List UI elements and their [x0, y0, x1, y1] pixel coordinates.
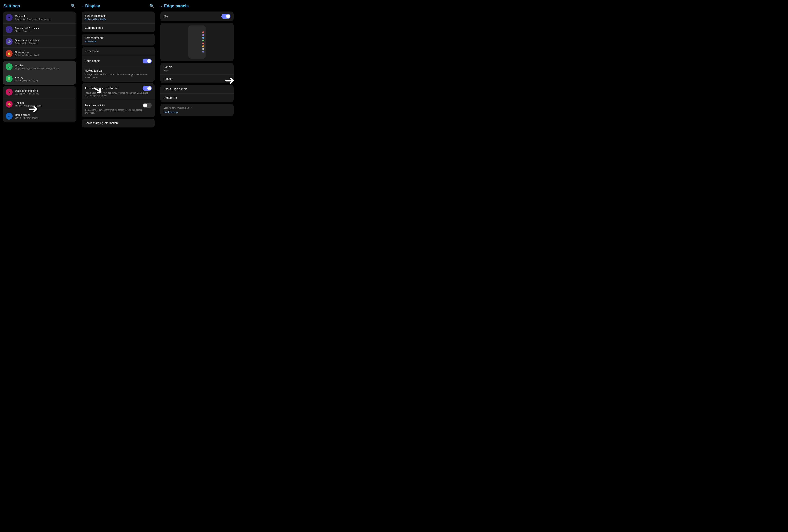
- edge-panels-title: Edge panels: [164, 3, 189, 8]
- themes-text: Themes Themes · Wallpapers · Icons: [15, 101, 73, 107]
- display-title: Display: [15, 64, 73, 67]
- battery-subtitle: Power saving · Charging: [15, 79, 73, 82]
- edge-item-handle[interactable]: Handle: [160, 75, 234, 83]
- sidebar-item-wallpaper[interactable]: 🖼 Wallpaper and style Wallpapers · Color…: [3, 86, 76, 98]
- accidental-title: Accidental touch protection: [85, 87, 118, 90]
- navigation-desc: Manage the Home, Back, Recents buttons o…: [85, 73, 152, 79]
- dot-2: [202, 34, 204, 36]
- edge-panels-item-sub: Apps: [163, 69, 231, 72]
- sidebar-item-home[interactable]: ⌂ Home screen Layout · App icon badges: [3, 110, 76, 122]
- battery-icon: 🔋: [5, 75, 13, 82]
- edge-on-toggle[interactable]: [221, 14, 231, 19]
- galaxy-ai-text: Galaxy AI Chat assist · Note assist · Ph…: [15, 15, 73, 20]
- settings-card-3: 🖼 Wallpaper and style Wallpapers · Color…: [3, 86, 76, 122]
- dot-4: [202, 40, 204, 41]
- display-title: Display: [85, 3, 100, 8]
- display-item-accidental[interactable]: Accidental touch protection Protect your…: [82, 83, 155, 100]
- home-text: Home screen Layout · App icon badges: [15, 113, 73, 119]
- touch-sensitivity-toggle[interactable]: [143, 103, 152, 108]
- sidebar-item-sounds[interactable]: 🔊 Sounds and vibration Sound mode · Ring…: [3, 36, 76, 47]
- sidebar-item-modes[interactable]: ✓ Modes and Routines Modes · Routines: [3, 23, 76, 36]
- display-text: Display Brightness · Eye comfort shield …: [15, 64, 73, 70]
- accidental-toggle-knob: [147, 86, 151, 90]
- edge-on-row: On: [160, 12, 234, 21]
- display-search-button[interactable]: 🔍: [150, 4, 154, 8]
- contact-us-title: Contact us: [163, 96, 231, 100]
- dot-6: [202, 45, 204, 47]
- edge-panels-toggle[interactable]: [143, 59, 152, 63]
- modes-title: Modes and Routines: [15, 27, 73, 29]
- display-card-5: Show charging information: [82, 119, 155, 127]
- display-item-edge-panels[interactable]: Edge panels: [82, 56, 155, 66]
- settings-title: Settings: [3, 3, 20, 8]
- resolution-title: Screen resolution: [85, 14, 152, 17]
- notifications-text: Notifications Status bar · Do not distur…: [15, 51, 73, 57]
- display-panel: ‹ Display 🔍 Screen resolution QHD+ (3120…: [79, 0, 158, 160]
- edge-item-about[interactable]: About Edge panels: [160, 85, 234, 94]
- sidebar-item-themes[interactable]: 🎨 Themes Themes · Wallpapers · Icons: [3, 98, 76, 110]
- edge-panels-panel: ‹ Edge panels On: [158, 0, 236, 160]
- sidebar-item-display[interactable]: ☀ Display Brightness · Eye comfort shiel…: [3, 61, 76, 73]
- wallpaper-text: Wallpaper and style Wallpapers · Color p…: [15, 89, 73, 95]
- dot-5: [202, 42, 204, 44]
- sounds-subtitle: Sound mode · Ringtone: [15, 42, 73, 44]
- settings-panel: Settings 🔍 ✦ Galaxy AI Chat assist · Not…: [0, 0, 79, 160]
- display-item-timeout[interactable]: Screen timeout 30 seconds: [82, 34, 155, 45]
- edge-list-card-2: About Edge panels Contact us: [160, 85, 234, 102]
- themes-icon: 🎨: [5, 101, 13, 107]
- battery-text: Battery Power saving · Charging: [15, 76, 73, 82]
- wallpaper-title: Wallpaper and style: [15, 89, 73, 92]
- camera-cutout-title: Camera cutout: [85, 26, 152, 29]
- edge-panels-back-button[interactable]: ‹: [161, 4, 162, 8]
- battery-title: Battery: [15, 76, 73, 79]
- looking-label: Looking for something else?: [163, 106, 231, 109]
- sounds-text: Sounds and vibration Sound mode · Ringto…: [15, 39, 73, 44]
- sidebar-item-notifications[interactable]: 🔔 Notifications Status bar · Do not dist…: [3, 47, 76, 59]
- wallpaper-subtitle: Wallpapers · Color palette: [15, 93, 73, 95]
- settings-search-button[interactable]: 🔍: [71, 4, 75, 8]
- wallpaper-icon: 🖼: [5, 88, 13, 96]
- touch-sensitivity-knob: [143, 103, 147, 107]
- edge-panels-row: Edge panels: [85, 59, 152, 63]
- timeout-title: Screen timeout: [85, 36, 152, 40]
- edge-item-contact[interactable]: Contact us: [160, 94, 234, 102]
- display-item-touch-sensitivity[interactable]: Touch sensitivity Increase the touch sen…: [82, 100, 155, 117]
- settings-header: Settings 🔍: [3, 3, 76, 8]
- modes-text: Modes and Routines Modes · Routines: [15, 27, 73, 33]
- edge-panels-toggle-knob: [147, 59, 151, 63]
- accidental-row: Accidental touch protection: [85, 86, 152, 91]
- edge-item-panels[interactable]: Panels Apps: [160, 63, 234, 75]
- home-icon: ⌂: [5, 113, 13, 120]
- accidental-toggle[interactable]: [143, 86, 152, 91]
- galaxy-ai-title: Galaxy AI: [15, 15, 73, 18]
- sidebar-item-galaxy-ai[interactable]: ✦ Galaxy AI Chat assist · Note assist · …: [3, 12, 76, 23]
- display-icon: ☀: [5, 63, 13, 70]
- brief-popup-link[interactable]: Brief pop-up: [163, 111, 231, 114]
- charging-title: Show charging information: [85, 121, 152, 125]
- themes-title: Themes: [15, 101, 73, 104]
- display-item-resolution[interactable]: Screen resolution QHD+ (3120 x 1440): [82, 12, 155, 23]
- dot-7: [202, 48, 204, 50]
- edge-handle-title: Handle: [163, 77, 231, 81]
- sounds-title: Sounds and vibration: [15, 39, 73, 42]
- easy-mode-title: Easy mode: [85, 50, 152, 53]
- display-item-easy-mode[interactable]: Easy mode: [82, 47, 155, 56]
- notifications-icon: 🔔: [5, 50, 13, 57]
- display-item-charging[interactable]: Show charging information: [82, 119, 155, 127]
- themes-subtitle: Themes · Wallpapers · Icons: [15, 104, 73, 107]
- display-back-button[interactable]: ‹: [82, 4, 83, 8]
- galaxy-ai-subtitle: Chat assist · Note assist · Photo assist: [15, 18, 73, 20]
- home-subtitle: Layout · App icon badges: [15, 117, 73, 119]
- sidebar-item-battery[interactable]: 🔋 Battery Power saving · Charging: [3, 73, 76, 85]
- display-header-left: ‹ Display: [82, 3, 100, 8]
- edge-panels-header-left: ‹ Edge panels: [161, 3, 189, 8]
- touch-sensitivity-row: Touch sensitivity: [85, 103, 152, 108]
- home-title: Home screen: [15, 113, 73, 116]
- display-item-navigation[interactable]: Navigation bar Manage the Home, Back, Re…: [82, 66, 155, 82]
- display-item-camera-cutout[interactable]: Camera cutout: [82, 23, 155, 32]
- dot-1: [202, 32, 204, 33]
- navigation-title: Navigation bar: [85, 69, 152, 72]
- edge-preview: [160, 23, 234, 61]
- accidental-desc: Protect your phone from accidental touch…: [85, 92, 152, 97]
- edge-panels-item-title: Panels: [163, 65, 231, 69]
